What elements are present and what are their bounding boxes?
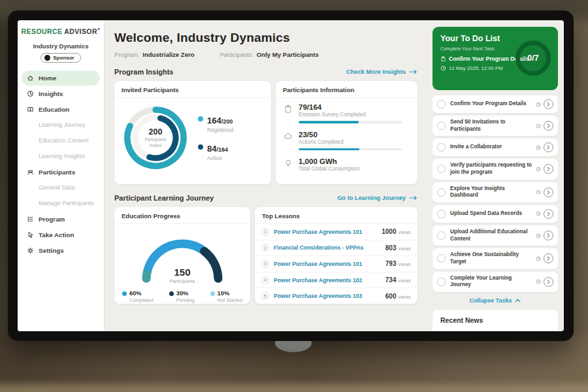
sidebar-item-settings[interactable]: Settings [22,243,100,258]
sidebar-menu: HomeInsightsEducationLearning JourneyEdu… [18,71,104,258]
home-icon [27,74,34,82]
todo-open-button[interactable] [544,253,553,263]
gauge-center-label: Participants [133,278,231,284]
info-value: 23/50 [299,131,410,139]
check-more-insights-label: Check More Insights [346,69,406,75]
clock-icon [536,102,541,107]
sidebar-item-education[interactable]: Education [22,102,100,117]
check-more-insights-link[interactable]: Check More Insights [346,69,417,75]
legend-pct: 60% [129,290,154,297]
todo-item-upload-spend-data-records: Upload Spend Data Records [433,205,558,223]
todo-item-label: Upload Additional Educational Content [450,229,534,242]
lesson-row-3: 3 Power Purchase Agreements 101 793 view… [255,256,417,272]
todo-checkbox[interactable] [437,122,446,130]
todo-open-button[interactable] [544,99,553,109]
photo-background: RESOURCE ADVISOR+ Industry Dynamics Spon… [0,0,588,392]
lesson-title-link[interactable]: Power Purchase Agreements 101 [274,261,362,267]
filter-participants[interactable]: Participants: Only My Participants [220,51,322,58]
education-gauge-chart: 150 Participants [133,231,231,284]
arrow-right-icon [409,195,417,201]
info-label: Actions Completed [299,139,410,145]
sidebar-item-label: Settings [39,247,64,254]
lesson-title-link[interactable]: Power Purchase Agreements 102 [274,277,362,284]
insights-cards-row: Invited Participants 200 Participants In… [114,81,417,184]
todo-open-button[interactable] [544,121,553,131]
lesson-title-link[interactable]: Power Purchase Agreements 101 [274,229,362,235]
lesson-rank: 4 [261,276,269,284]
todo-checkbox[interactable] [437,100,446,108]
sidebar-item-label: General Data [39,184,74,191]
progress-fill [299,121,359,123]
todo-checkbox[interactable] [437,143,446,152]
todo-item-invite-a-collaborator: Invite a Collaborator [433,139,558,156]
collapse-tasks-link[interactable]: Collapse Tasks [433,297,558,304]
todo-open-button[interactable] [544,209,553,219]
todo-checkbox[interactable] [437,188,446,197]
legend-pct: 10% [218,290,242,297]
legend-dot [210,291,215,296]
todo-open-button[interactable] [544,231,553,240]
sidebar-item-participants[interactable]: Participants [22,165,100,180]
sidebar-item-learning-insights[interactable]: Learning Insights [22,149,100,164]
logo-resource: RESOURCE [22,27,63,35]
todo-checkbox[interactable] [437,165,446,173]
sidebar-item-program[interactable]: Program [22,212,100,227]
app-logo: RESOURCE ADVISOR+ [18,20,104,35]
progress-bar [299,121,402,123]
sidebar-item-general-data[interactable]: General Data [22,180,100,195]
sponsor-badge[interactable]: Sponsor [41,53,80,63]
collapse-tasks-label: Collapse Tasks [470,297,512,304]
learning-journey-header: Participant Learning Journey Go to Learn… [114,194,417,202]
todo-item-confirm-your-program-details: Confirm Your Program Details [433,95,558,113]
go-to-learning-journey-link[interactable]: Go to Learning Journey [337,195,417,201]
sidebar-item-manage-participants[interactable]: Manage Participants [22,196,100,211]
sidebar-item-take-action[interactable]: Take Action [22,227,100,242]
todo-item-label: Invite a Collaborator [450,144,534,151]
lesson-title-link[interactable]: Power Purchase Agreements 103 [274,293,362,299]
org-name: Industry Dynamics [18,42,104,50]
info-row-actions-completed: 23/50 Actions Completed [284,131,410,151]
take-action-icon [27,231,34,238]
todo-item-send-50-invitations-to-participants: Send 50 Invitations to Participants [433,116,558,136]
bulb-icon [284,157,293,172]
todo-checkbox[interactable] [437,254,446,263]
sidebar-item-learning-journey[interactable]: Learning Journey [22,118,100,133]
info-row-emission-survey-completed: 79/164 Emission Survey Completed [284,103,410,123]
top-lessons-rows: 1 Power Purchase Agreements 101 1000 vie… [255,224,417,304]
lesson-title-link[interactable]: Financial Considerations - VPPAs [274,244,363,251]
todo-open-button[interactable] [544,142,553,152]
filter-program[interactable]: Program: Industrialize Zero [114,51,198,58]
filter-value: Only My Participants [257,51,319,58]
legend-dot [122,291,127,296]
sidebar-item-education-content[interactable]: Education Content [22,133,100,148]
participants-information-card: Participants Information 79/164 Emission… [276,81,417,184]
sidebar-item-home[interactable]: Home [22,71,100,86]
todo-item-label: Confirm Your Program Details [450,101,534,108]
sidebar-item-label: Learning Insights [39,153,85,159]
sidebar-item-label: Home [39,74,56,82]
invited-participants-title: Invited Participants [114,81,271,98]
program-icon [27,216,34,223]
lesson-views-count: 734 [385,276,397,284]
todo-progress-ring: 0/7 [515,41,551,76]
todo-checkbox[interactable] [437,231,446,240]
donut-center: 200 Participants Invited [121,103,190,172]
todo-open-button[interactable] [544,188,553,197]
insights-icon [27,90,34,97]
participants-information-rows: 79/164 Emission Survey Completed 23/50 A… [276,98,417,172]
todo-open-button[interactable] [544,164,553,174]
education-progress-title: Education Progress [114,207,250,224]
todo-open-button[interactable] [544,277,553,287]
gauge-legend-item-completed: 60% Completed [122,290,154,303]
cloud-icon [284,131,293,151]
todo-checkbox[interactable] [437,210,446,218]
sidebar-item-insights[interactable]: Insights [22,86,100,101]
lesson-rank: 5 [261,292,269,300]
arrow-right-icon [409,69,417,74]
clock-icon [536,145,541,150]
clock-icon [536,167,541,172]
todo-checkbox[interactable] [437,278,446,286]
lesson-views: 600 views [385,293,411,300]
invited-donut-chart: 200 Participants Invited [121,103,190,172]
chevron-up-icon [515,299,521,302]
